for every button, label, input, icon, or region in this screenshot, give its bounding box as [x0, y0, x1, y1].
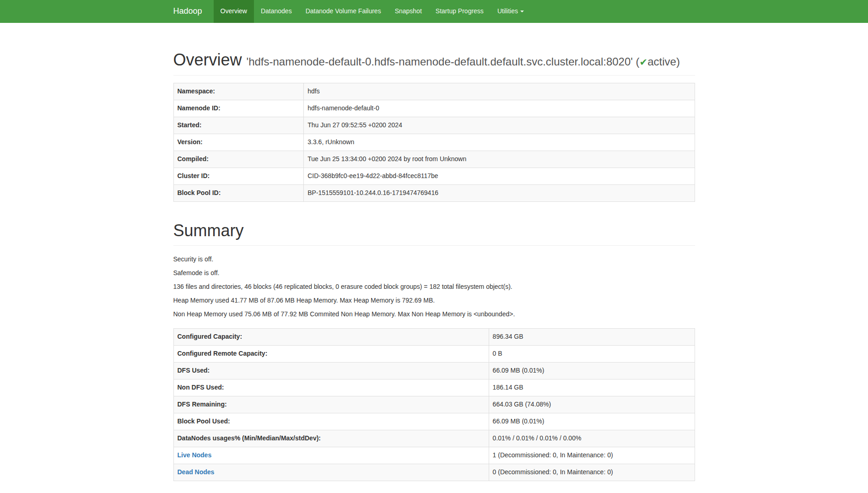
- row-dfs-remaining: DFS Remaining: 664.03 GB (74.08%): [173, 396, 695, 413]
- nav-utilities-label: Utilities: [497, 7, 518, 16]
- row-live-nodes: Live Nodes 1 (Decommissioned: 0, In Main…: [173, 447, 695, 464]
- row-label: DataNodes usages% (Min/Median/Max/stdDev…: [173, 430, 489, 447]
- row-namespace: Namespace: hdfs: [173, 83, 695, 100]
- row-label: Block Pool ID:: [173, 184, 304, 201]
- row-value: 186.14 GB: [489, 379, 695, 396]
- row-label: Namespace:: [173, 83, 304, 100]
- filesystem-objects-text: 136 files and directories, 46 blocks (46…: [173, 282, 695, 292]
- row-block-pool-used: Block Pool Used: 66.09 MB (0.01%): [173, 413, 695, 430]
- nav-link-snapshot[interactable]: Snapshot: [388, 0, 429, 23]
- status-open-paren: (: [636, 55, 640, 68]
- row-value: 66.09 MB (0.01%): [489, 363, 695, 379]
- security-status-text: Security is off.: [173, 255, 695, 264]
- row-namenode-id: Namenode ID: hdfs-namenode-default-0: [173, 100, 695, 117]
- row-label: Non DFS Used:: [173, 379, 489, 396]
- row-block-pool-id: Block Pool ID: BP-1515559101-10.244.0.16…: [173, 184, 695, 201]
- namenode-status: (✔active): [636, 55, 680, 68]
- row-value: 3.3.6, rUnknown: [304, 134, 695, 151]
- row-value: 0.01% / 0.01% / 0.01% / 0.00%: [489, 430, 695, 447]
- navbar-menu: Overview Datanodes Datanode Volume Failu…: [214, 0, 531, 23]
- row-version: Version: 3.3.6, rUnknown: [173, 134, 695, 151]
- summary-status-lines: Security is off. Safemode is off. 136 fi…: [173, 255, 695, 319]
- row-label: Configured Capacity:: [173, 329, 489, 346]
- namenode-info-table: Namespace: hdfs Namenode ID: hdfs-nameno…: [173, 83, 695, 202]
- active-check-icon: ✔: [640, 57, 648, 68]
- row-value: hdfs: [304, 83, 695, 100]
- summary-heading: Summary: [173, 220, 695, 242]
- safemode-status-text: Safemode is off.: [173, 269, 695, 278]
- nav-link-datanode-volume-failures[interactable]: Datanode Volume Failures: [299, 0, 388, 23]
- row-value: 664.03 GB (74.08%): [489, 396, 695, 413]
- row-started: Started: Thu Jun 27 09:52:55 +0200 2024: [173, 117, 695, 134]
- summary-table: Configured Capacity: 896.34 GB Configure…: [173, 328, 695, 481]
- row-label: Started:: [173, 117, 304, 134]
- nav-item-datanodes[interactable]: Datanodes: [254, 0, 299, 23]
- row-value: CID-368b9fc0-ee19-4d22-abbd-84fcec8117be: [304, 168, 695, 184]
- nav-link-startup-progress[interactable]: Startup Progress: [429, 0, 491, 23]
- row-value: Tue Jun 25 13:34:00 +0200 2024 by root f…: [304, 151, 695, 168]
- row-value: BP-1515559101-10.244.0.16-1719474769416: [304, 184, 695, 201]
- nav-link-utilities[interactable]: Utilities: [491, 0, 531, 23]
- row-configured-remote-capacity: Configured Remote Capacity: 0 B: [173, 346, 695, 363]
- summary-page-header: Summary: [173, 220, 695, 246]
- top-navbar: Hadoop Overview Datanodes Datanode Volum…: [0, 0, 868, 23]
- row-label: Live Nodes: [173, 447, 489, 464]
- chevron-down-icon: [520, 11, 524, 12]
- row-value: Thu Jun 27 09:52:55 +0200 2024: [304, 117, 695, 134]
- heap-memory-text: Heap Memory used 41.77 MB of 87.06 MB He…: [173, 296, 695, 305]
- row-label: DFS Used:: [173, 363, 489, 379]
- navbar-container: Hadoop Overview Datanodes Datanode Volum…: [167, 0, 702, 23]
- nav-item-utilities[interactable]: Utilities: [491, 0, 531, 23]
- row-label: Cluster ID:: [173, 168, 304, 184]
- row-value: hdfs-namenode-default-0: [304, 100, 695, 117]
- row-dead-nodes: Dead Nodes 0 (Decommissioned: 0, In Main…: [173, 464, 695, 481]
- row-value: 66.09 MB (0.01%): [489, 413, 695, 430]
- dead-nodes-link[interactable]: Dead Nodes: [178, 468, 215, 476]
- nav-item-snapshot[interactable]: Snapshot: [388, 0, 429, 23]
- row-label: Configured Remote Capacity:: [173, 346, 489, 363]
- row-value: 0 B: [489, 346, 695, 363]
- navbar-brand[interactable]: Hadoop: [173, 0, 209, 23]
- row-compiled: Compiled: Tue Jun 25 13:34:00 +0200 2024…: [173, 151, 695, 168]
- row-label: Version:: [173, 134, 304, 151]
- nav-item-overview[interactable]: Overview: [214, 0, 254, 23]
- row-value: 896.34 GB: [489, 329, 695, 346]
- row-value: 1 (Decommissioned: 0, In Maintenance: 0): [489, 447, 695, 464]
- row-label: Compiled:: [173, 151, 304, 168]
- namenode-address: 'hdfs-namenode-default-0.hdfs-namenode-d…: [247, 55, 633, 68]
- page-title-text: Overview: [173, 50, 242, 69]
- page-content: Overview 'hdfs-namenode-default-0.hdfs-n…: [167, 49, 702, 481]
- page-title: Overview 'hdfs-namenode-default-0.hdfs-n…: [173, 49, 695, 71]
- nav-item-startup-progress[interactable]: Startup Progress: [429, 0, 491, 23]
- row-label: Dead Nodes: [173, 464, 489, 481]
- row-non-dfs-used: Non DFS Used: 186.14 GB: [173, 379, 695, 396]
- row-label: Block Pool Used:: [173, 413, 489, 430]
- row-value: 0 (Decommissioned: 0, In Maintenance: 0): [489, 464, 695, 481]
- row-label: DFS Remaining:: [173, 396, 489, 413]
- row-configured-capacity: Configured Capacity: 896.34 GB: [173, 329, 695, 346]
- nav-link-datanodes[interactable]: Datanodes: [254, 0, 299, 23]
- row-dfs-used: DFS Used: 66.09 MB (0.01%): [173, 363, 695, 379]
- status-label: active): [647, 55, 680, 68]
- row-datanode-usages: DataNodes usages% (Min/Median/Max/stdDev…: [173, 430, 695, 447]
- nav-link-overview[interactable]: Overview: [214, 0, 254, 23]
- row-cluster-id: Cluster ID: CID-368b9fc0-ee19-4d22-abbd-…: [173, 168, 695, 184]
- live-nodes-link[interactable]: Live Nodes: [178, 451, 212, 459]
- non-heap-memory-text: Non Heap Memory used 75.06 MB of 77.92 M…: [173, 310, 695, 319]
- nav-item-datanode-volume-failures[interactable]: Datanode Volume Failures: [299, 0, 388, 23]
- overview-page-header: Overview 'hdfs-namenode-default-0.hdfs-n…: [173, 49, 695, 76]
- row-label: Namenode ID:: [173, 100, 304, 117]
- namenode-subtitle: 'hdfs-namenode-default-0.hdfs-namenode-d…: [247, 55, 680, 68]
